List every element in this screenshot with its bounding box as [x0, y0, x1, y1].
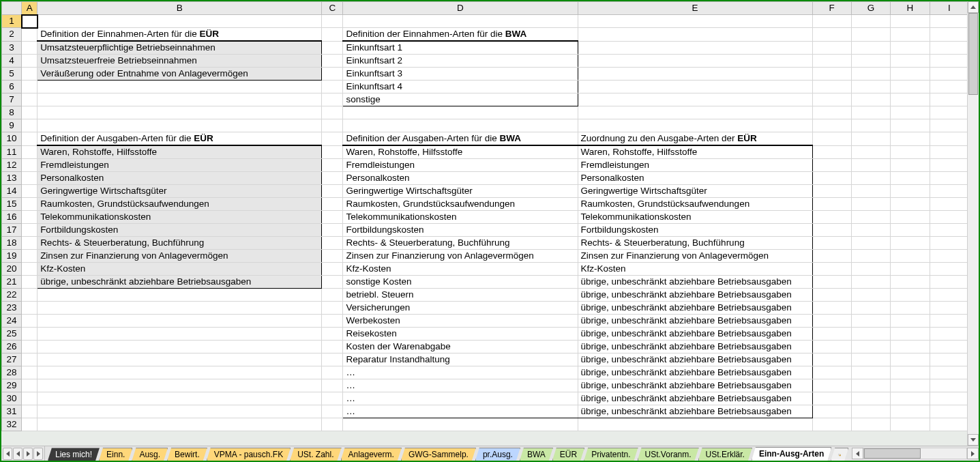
cell-G25[interactable] [851, 328, 890, 341]
cell-G18[interactable] [851, 237, 890, 250]
cell-B23[interactable] [38, 302, 322, 315]
cell-D20[interactable]: Kfz-Kosten [343, 263, 578, 276]
cell-D25[interactable]: Reisekosten [343, 328, 578, 341]
cell-A24[interactable] [22, 315, 38, 328]
cell-E13[interactable]: Personalkosten [578, 172, 812, 185]
cell-B29[interactable] [38, 379, 322, 392]
sheet-tab[interactable]: Einn. [99, 448, 132, 461]
cell-F19[interactable] [812, 250, 851, 263]
cell-C3[interactable] [322, 41, 343, 55]
cell-A13[interactable] [22, 172, 38, 185]
cell-G16[interactable] [851, 211, 890, 224]
cell-C2[interactable] [322, 28, 343, 42]
row-header[interactable]: 6 [2, 81, 22, 93]
cell-H29[interactable] [891, 379, 930, 392]
cell-G10[interactable] [851, 132, 890, 146]
cell-G14[interactable] [851, 185, 890, 198]
row-header[interactable]: 10 [2, 132, 22, 146]
cell-A2[interactable] [22, 28, 38, 42]
cell-D31[interactable]: … [343, 405, 578, 418]
cell-C23[interactable] [322, 302, 343, 315]
hscroll-track[interactable] [863, 448, 967, 459]
row-header[interactable]: 4 [2, 55, 22, 68]
cell-H28[interactable] [891, 366, 930, 379]
cell-H8[interactable] [891, 106, 930, 119]
cell-G30[interactable] [851, 392, 890, 405]
cell-C16[interactable] [322, 211, 343, 224]
cell-B10[interactable]: Definition der Ausgaben-Arten für die EÜ… [38, 132, 322, 146]
sheet-tab[interactable]: EÜR [552, 448, 584, 461]
cell-E12[interactable]: Fremdleistungen [578, 159, 812, 172]
cell-B25[interactable] [38, 328, 322, 341]
cell-B4[interactable]: Umsatzsteuerfreie Betriebseinnahmen [38, 55, 322, 68]
cell-D1[interactable] [343, 15, 578, 28]
sheet-tab[interactable]: USt.Voranm. [638, 448, 699, 461]
row-header[interactable]: 3 [2, 41, 22, 55]
cell-D29[interactable]: … [343, 379, 578, 392]
cell-D6[interactable]: Einkunftsart 4 [343, 81, 578, 93]
cell-B26[interactable] [38, 341, 322, 353]
cell-A25[interactable] [22, 328, 38, 341]
cell-E14[interactable]: Geringwertige Wirtschaftsgüter [578, 185, 812, 198]
cell-D13[interactable]: Personalkosten [343, 172, 578, 185]
sheet-tab[interactable]: Bewirt. [167, 448, 207, 461]
cell-I25[interactable] [930, 328, 968, 341]
cell-A32[interactable] [22, 418, 38, 431]
cell-D2[interactable]: Definition der Einnahmen-Arten für die B… [343, 28, 578, 42]
cell-H4[interactable] [891, 55, 930, 68]
cell-F1[interactable] [812, 15, 851, 28]
row-header[interactable]: 15 [2, 198, 22, 211]
cell-H27[interactable] [891, 353, 930, 366]
col-header-F[interactable]: F [812, 2, 851, 15]
cell-I7[interactable] [930, 93, 968, 106]
cell-C28[interactable] [322, 366, 343, 379]
cell-G22[interactable] [851, 289, 890, 302]
cell-E27[interactable]: übrige, unbeschränkt abziehbare Betriebs… [578, 353, 812, 366]
cell-F31[interactable] [812, 405, 851, 418]
cell-B14[interactable]: Geringwertige Wirtschaftsgüter [38, 185, 322, 198]
cell-E31[interactable]: übrige, unbeschränkt abziehbare Betriebs… [578, 405, 812, 418]
cell-F4[interactable] [812, 55, 851, 68]
cell-C10[interactable] [322, 132, 343, 146]
cell-H7[interactable] [891, 93, 930, 106]
cell-C31[interactable] [322, 405, 343, 418]
cell-I6[interactable] [930, 81, 968, 93]
cell-H9[interactable] [891, 119, 930, 132]
cell-H18[interactable] [891, 237, 930, 250]
cell-G23[interactable] [851, 302, 890, 315]
tab-nav-first[interactable] [3, 448, 12, 460]
cell-B5[interactable]: Veräußerung oder Entnahme von Anlageverm… [38, 68, 322, 81]
cell-H2[interactable] [891, 28, 930, 42]
cell-E7[interactable] [578, 93, 812, 106]
cell-C27[interactable] [322, 353, 343, 366]
cell-E25[interactable]: übrige, unbeschränkt abziehbare Betriebs… [578, 328, 812, 341]
row-header[interactable]: 12 [2, 159, 22, 172]
row-header[interactable]: 23 [2, 302, 22, 315]
cell-I18[interactable] [930, 237, 968, 250]
spreadsheet-grid[interactable]: A B C D E F G H I 12Definition der Einna… [1, 1, 969, 431]
cell-E28[interactable]: übrige, unbeschränkt abziehbare Betriebs… [578, 366, 812, 379]
cell-I24[interactable] [930, 315, 968, 328]
row-header[interactable]: 2 [2, 28, 22, 42]
cell-I10[interactable] [930, 132, 968, 146]
cell-A6[interactable] [22, 81, 38, 93]
cell-B3[interactable]: Umsatzsteuerpflichtige Betriebseinnahmen [38, 41, 322, 55]
cell-I13[interactable] [930, 172, 968, 185]
cell-I8[interactable] [930, 106, 968, 119]
col-header-B[interactable]: B [38, 2, 322, 15]
cell-G31[interactable] [851, 405, 890, 418]
cell-F21[interactable] [812, 276, 851, 289]
row-header[interactable]: 17 [2, 224, 22, 237]
cell-D24[interactable]: Werbekosten [343, 315, 578, 328]
cell-H30[interactable] [891, 392, 930, 405]
cell-G5[interactable] [851, 68, 890, 81]
cell-A7[interactable] [22, 93, 38, 106]
cell-B24[interactable] [38, 315, 322, 328]
cell-H1[interactable] [891, 15, 930, 28]
cell-C4[interactable] [322, 55, 343, 68]
col-header-I[interactable]: I [930, 2, 968, 15]
cell-E20[interactable]: Kfz-Kosten [578, 263, 812, 276]
row-header[interactable]: 9 [2, 119, 22, 132]
cell-A12[interactable] [22, 159, 38, 172]
row-header[interactable]: 32 [2, 418, 22, 431]
